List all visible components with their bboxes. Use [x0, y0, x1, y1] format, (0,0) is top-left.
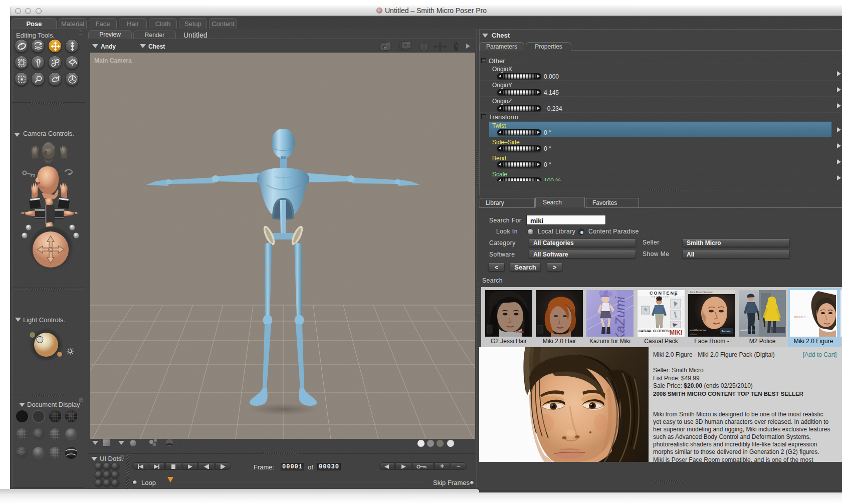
svg-text:James: James	[721, 330, 731, 333]
svg-text:CONTENT: CONTENT	[650, 291, 679, 296]
svg-text:mıkı: mıkı	[794, 315, 802, 319]
svg-text:micro: micro	[749, 329, 756, 332]
svg-text:smithmicro: smithmicro	[690, 329, 706, 332]
svg-text:CASUAL CLOTHES: CASUAL CLOTHES	[639, 329, 669, 333]
svg-text:smith: smith	[740, 329, 748, 332]
svg-text:Face Room Sampler: Face Room Sampler	[690, 291, 713, 294]
svg-text:2.0: 2.0	[802, 316, 805, 319]
svg-text:MIKI: MIKI	[670, 329, 682, 336]
svg-text:KaZumi: KaZumi	[612, 296, 627, 337]
svg-text:software: software	[690, 333, 698, 335]
